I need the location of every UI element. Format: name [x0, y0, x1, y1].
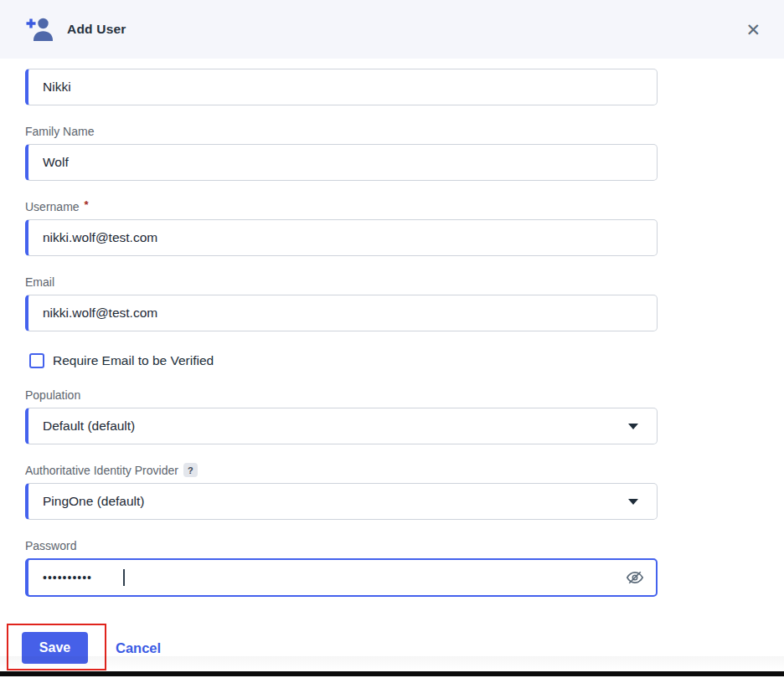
- given-name-input[interactable]: [25, 69, 658, 105]
- population-selected-value: Default (default): [43, 419, 135, 434]
- require-email-verified-row: Require Email to be Verified: [25, 352, 759, 369]
- close-icon[interactable]: ✕: [742, 18, 764, 42]
- text-cursor: [123, 569, 125, 586]
- family-name-input[interactable]: [25, 144, 658, 181]
- page-title: Add User: [67, 22, 126, 37]
- dialog-footer: Save Cancel: [0, 597, 759, 664]
- eye-slash-icon[interactable]: [624, 568, 646, 588]
- dialog-header: Add User ✕: [0, 0, 784, 59]
- cancel-button[interactable]: Cancel: [116, 640, 161, 656]
- window-bottom-bar: [0, 671, 784, 676]
- identity-provider-selected-value: PingOne (default): [43, 494, 145, 509]
- add-user-form: Family Name Username * Email Require Ema…: [0, 69, 784, 664]
- chevron-down-icon: [628, 499, 638, 505]
- password-field: [25, 558, 658, 597]
- email-input[interactable]: [25, 295, 658, 331]
- save-button[interactable]: Save: [22, 632, 88, 664]
- population-select[interactable]: Default (default): [25, 408, 658, 444]
- required-asterisk: *: [85, 198, 89, 211]
- chevron-down-icon: [628, 424, 638, 429]
- identity-provider-label: Authoritative Identity Provider ?: [25, 463, 759, 477]
- add-user-dialog: Add User ✕ Family Name Username * Email …: [0, 0, 784, 678]
- question-mark-icon[interactable]: ?: [183, 463, 198, 477]
- checkbox-label: Require Email to be Verified: [53, 353, 214, 368]
- username-label: Username *: [25, 199, 759, 213]
- require-email-verified-checkbox[interactable]: [29, 353, 44, 368]
- email-label: Email: [25, 275, 759, 289]
- identity-provider-select[interactable]: PingOne (default): [25, 483, 658, 520]
- add-user-icon: [25, 17, 54, 42]
- password-input[interactable]: [25, 558, 658, 597]
- population-label: Population: [25, 388, 759, 402]
- password-label: Password: [25, 538, 759, 552]
- username-input[interactable]: [25, 219, 658, 256]
- family-name-label: Family Name: [25, 124, 759, 138]
